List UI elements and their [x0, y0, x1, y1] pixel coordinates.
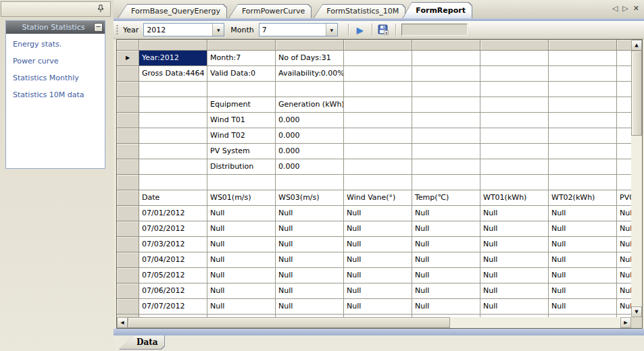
column-header[interactable] — [480, 40, 549, 51]
grid-cell[interactable] — [617, 113, 631, 128]
year-combobox[interactable]: 2012 ▼ — [143, 23, 224, 36]
grid-cell[interactable] — [480, 175, 549, 190]
grid-cell[interactable]: 0.000 — [276, 144, 344, 159]
grid-cell[interactable]: Null — [549, 237, 617, 252]
grid-cell[interactable]: Null — [480, 237, 549, 252]
grid-cell[interactable]: Null — [480, 221, 549, 237]
column-header[interactable] — [207, 40, 276, 51]
grid-cell[interactable] — [480, 97, 549, 113]
grid-cell[interactable]: Null — [412, 299, 480, 315]
grid-cell[interactable]: Null — [207, 206, 276, 221]
grid-cell[interactable]: Null — [412, 221, 480, 237]
grid-cell[interactable]: 0.000 — [276, 113, 344, 128]
grid-cell[interactable]: Null — [276, 252, 344, 268]
grid-cell[interactable] — [549, 128, 617, 144]
grid-cell[interactable] — [549, 159, 617, 175]
grid-cell[interactable]: 07/04/2012 — [139, 252, 207, 268]
row-header[interactable] — [117, 284, 139, 299]
grid-cell[interactable] — [480, 51, 549, 66]
grid-cell[interactable]: Null — [207, 252, 276, 268]
grid-cell[interactable] — [549, 51, 617, 66]
grid-cell[interactable] — [139, 113, 207, 128]
grid-cell[interactable] — [480, 113, 549, 128]
grid-cell[interactable] — [344, 144, 412, 159]
vertical-scrollbar[interactable]: ▲ ▼ — [631, 40, 642, 317]
grid-cell[interactable] — [617, 144, 631, 159]
toolbar-grip[interactable] — [116, 24, 118, 35]
grid-cell[interactable]: Null — [276, 299, 344, 315]
sidebar-item-statistics-10m-data[interactable]: Statistics 10M data — [13, 90, 102, 99]
grid-cell[interactable]: Null — [207, 299, 276, 315]
grid-cell[interactable]: 07/06/2012 — [139, 284, 207, 299]
tab-formreport[interactable]: FormReport — [402, 2, 472, 18]
chevron-down-icon[interactable]: ▼ — [212, 24, 224, 36]
scroll-tabs-right-icon[interactable]: ▷ — [622, 5, 628, 13]
grid-cell[interactable]: Null — [412, 268, 480, 284]
sidebar-item-energy-stats[interactable]: Energy stats. — [13, 40, 102, 49]
grid-cell[interactable]: Null — [617, 252, 631, 268]
tab-formstatistics-10m[interactable]: FormStatistics_10M — [313, 4, 405, 18]
sidebar-item-statistics-monthly[interactable]: Statistics Monthly — [13, 74, 102, 82]
grid-cell[interactable]: WT01(kWh) — [480, 190, 549, 206]
horizontal-scrollbar[interactable]: ◀ ▶ — [117, 317, 631, 328]
row-header[interactable] — [117, 82, 139, 97]
grid-cell[interactable] — [344, 175, 412, 190]
grid-cell[interactable]: Null — [344, 206, 412, 221]
grid-cell[interactable] — [344, 128, 412, 144]
grid-cell[interactable] — [207, 175, 276, 190]
grid-cell[interactable]: Gross Data:4464 — [139, 66, 207, 82]
grid-cell[interactable]: Temp(℃) — [412, 190, 480, 206]
grid-cell[interactable]: No of Days:31 — [276, 51, 344, 66]
grid-cell[interactable] — [139, 97, 207, 113]
grid-cell[interactable]: Wind T02 — [207, 128, 276, 144]
grid-cell[interactable] — [412, 159, 480, 175]
run-query-button[interactable]: ▶ — [353, 22, 368, 37]
grid-cell[interactable]: Null — [207, 237, 276, 252]
grid-cell[interactable]: Null — [276, 221, 344, 237]
grid-cell[interactable]: Null — [480, 252, 549, 268]
grid-cell[interactable] — [344, 113, 412, 128]
panel-header[interactable]: Station Statistics − — [6, 21, 105, 34]
grid-cell[interactable]: Null — [480, 299, 549, 315]
grid-cell[interactable]: Null — [549, 299, 617, 315]
row-header[interactable] — [117, 128, 139, 144]
grid-cell[interactable] — [139, 159, 207, 175]
collapse-icon[interactable]: − — [94, 23, 103, 32]
vertical-scroll-thumb[interactable] — [631, 51, 642, 136]
grid-cell[interactable]: Null — [617, 237, 631, 252]
grid-cell[interactable]: Null — [617, 221, 631, 237]
grid-cell[interactable]: Null — [480, 284, 549, 299]
scroll-up-icon[interactable]: ▲ — [631, 40, 642, 51]
grid-cell[interactable]: Null — [207, 284, 276, 299]
grid-cell[interactable]: 07/03/2012 — [139, 237, 207, 252]
grid-cell[interactable] — [549, 66, 617, 82]
grid-cell[interactable] — [139, 82, 207, 97]
grid-cell[interactable]: Null — [412, 237, 480, 252]
grid-cell[interactable] — [617, 82, 631, 97]
grid-cell[interactable] — [412, 82, 480, 97]
grid-cell[interactable] — [480, 159, 549, 175]
row-header[interactable] — [117, 190, 139, 206]
grid-corner-header[interactable] — [117, 40, 139, 51]
grid-cell[interactable]: 0.000 — [276, 128, 344, 144]
grid-cell[interactable]: Generation (kWh) — [276, 97, 344, 113]
grid-cell[interactable]: Null — [412, 252, 480, 268]
grid-cell[interactable]: Null — [207, 268, 276, 284]
grid-cell[interactable] — [617, 51, 631, 66]
grid-cell[interactable]: Null — [549, 268, 617, 284]
grid-cell[interactable]: Null — [276, 284, 344, 299]
grid-cell[interactable] — [617, 97, 631, 113]
sidebar-item-power-curve[interactable]: Power curve — [13, 57, 102, 65]
grid-cell[interactable]: Null — [549, 252, 617, 268]
grid-cell[interactable] — [412, 175, 480, 190]
grid-cell[interactable] — [344, 66, 412, 82]
row-header[interactable] — [117, 299, 139, 315]
row-header[interactable] — [117, 113, 139, 128]
grid-cell[interactable]: Null — [549, 284, 617, 299]
chevron-down-icon[interactable]: ▼ — [326, 24, 337, 36]
row-header[interactable] — [117, 175, 139, 190]
toolbar-textbox[interactable] — [401, 24, 468, 36]
grid-cell[interactable]: Null — [276, 206, 344, 221]
grid-cell[interactable]: Wind Vane(°) — [344, 190, 412, 206]
grid-cell[interactable]: Null — [344, 299, 412, 315]
